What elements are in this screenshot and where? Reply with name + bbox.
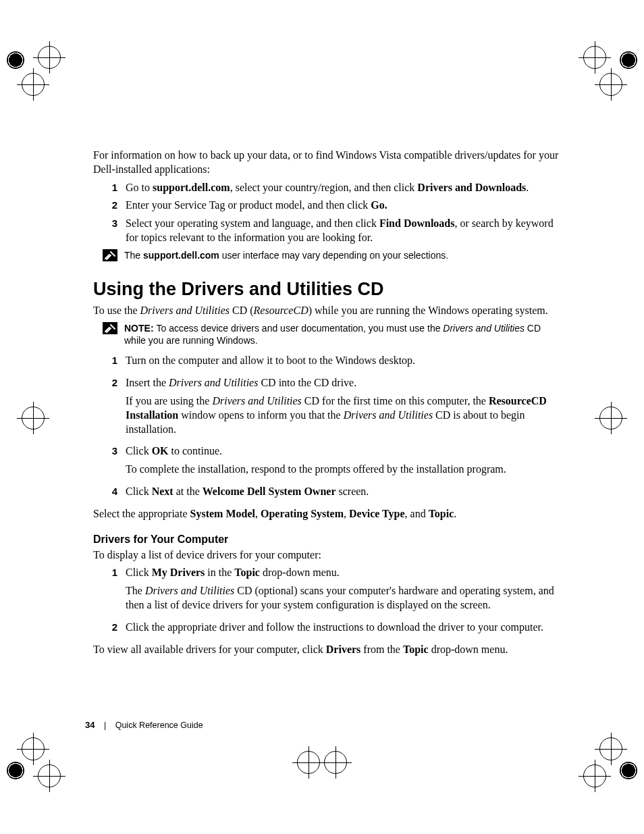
list-number: 3 [93, 444, 126, 481]
page-number: 34 [85, 720, 95, 730]
registration-mark-icon [22, 737, 45, 760]
list-number: 1 [93, 181, 126, 195]
list-number: 2 [93, 199, 126, 213]
list-body: Click the appropriate driver and follow … [126, 621, 564, 639]
list-body: Click My Drivers in the Topic drop-down … [126, 566, 564, 616]
list-body: Insert the Drivers and Utilities CD into… [126, 376, 564, 440]
paragraph-select-appropriate: Select the appropriate System Model, Ope… [93, 507, 564, 521]
note-support: The support.dell.com user interface may … [93, 249, 564, 264]
list-item: 2Enter your Service Tag or product model… [93, 199, 564, 213]
footer-title: Quick Reference Guide [115, 721, 203, 730]
registration-mark-icon [7, 51, 24, 69]
registration-mark-icon [599, 407, 622, 429]
footer-separator: | [104, 721, 106, 730]
list-number: 3 [93, 217, 126, 245]
list-item: 1Click My Drivers in the Topic drop-down… [93, 566, 564, 616]
intro-paragraph: For information on how to back up your d… [93, 149, 564, 177]
subheading-intro: To display a list of device drivers for … [93, 548, 564, 563]
page-content: For information on how to back up your d… [93, 149, 564, 660]
heading-using-cd: Using the Drivers and Utilities CD [93, 279, 564, 300]
list-item: 3Click OK to continue.To complete the in… [93, 444, 564, 481]
list-body: Go to support.dell.com, select your coun… [126, 181, 564, 195]
note-icon [93, 249, 124, 264]
list-item: 3Select your operating system and langua… [93, 217, 564, 245]
registration-mark-icon [22, 73, 45, 96]
note-access: NOTE: To access device drivers and user … [93, 322, 564, 348]
ordered-list-cd: 1Turn on the computer and allow it to bo… [93, 354, 564, 502]
list-number: 1 [93, 566, 126, 616]
list-number: 2 [93, 376, 126, 440]
list-body: Enter your Service Tag or product model,… [126, 199, 564, 213]
registration-mark-icon [324, 751, 347, 774]
registration-mark-icon [583, 46, 606, 69]
ordered-list-drivers: 1Click My Drivers in the Topic drop-down… [93, 566, 564, 638]
page-footer: 34 | Quick Reference Guide [85, 720, 203, 730]
list-item: 1Go to support.dell.com, select your cou… [93, 181, 564, 195]
registration-mark-icon [297, 751, 320, 774]
subheading-drivers: Drivers for Your Computer [93, 533, 564, 546]
paragraph-view-all: To view all available drivers for your c… [93, 643, 564, 657]
list-number: 4 [93, 485, 126, 503]
registration-mark-icon [620, 762, 637, 779]
registration-mark-icon [583, 764, 606, 787]
registration-mark-icon [599, 73, 622, 96]
list-item: 2Click the appropriate driver and follow… [93, 621, 564, 639]
registration-mark-icon [22, 407, 45, 429]
list-item: 4Click Next at the Welcome Dell System O… [93, 485, 564, 503]
ordered-list-backup: 1Go to support.dell.com, select your cou… [93, 181, 564, 245]
list-item: 2Insert the Drivers and Utilities CD int… [93, 376, 564, 440]
registration-mark-icon [38, 46, 61, 69]
note-text: The support.dell.com user interface may … [124, 249, 564, 262]
list-body: Click Next at the Welcome Dell System Ow… [126, 485, 564, 503]
list-body: Select your operating system and languag… [126, 217, 564, 245]
list-item: 1Turn on the computer and allow it to bo… [93, 354, 564, 372]
list-body: Turn on the computer and allow it to boo… [126, 354, 564, 372]
heading-intro: To use the Drivers and Utilities CD (Res… [93, 304, 564, 318]
registration-mark-icon [620, 51, 637, 69]
list-number: 2 [93, 621, 126, 639]
note-icon [93, 322, 124, 337]
list-body: Click OK to continue.To complete the ins… [126, 444, 564, 481]
registration-mark-icon [7, 762, 24, 779]
registration-mark-icon [38, 764, 61, 787]
note-text: NOTE: To access device drivers and user … [124, 322, 564, 348]
registration-mark-icon [599, 737, 622, 760]
list-number: 1 [93, 354, 126, 372]
